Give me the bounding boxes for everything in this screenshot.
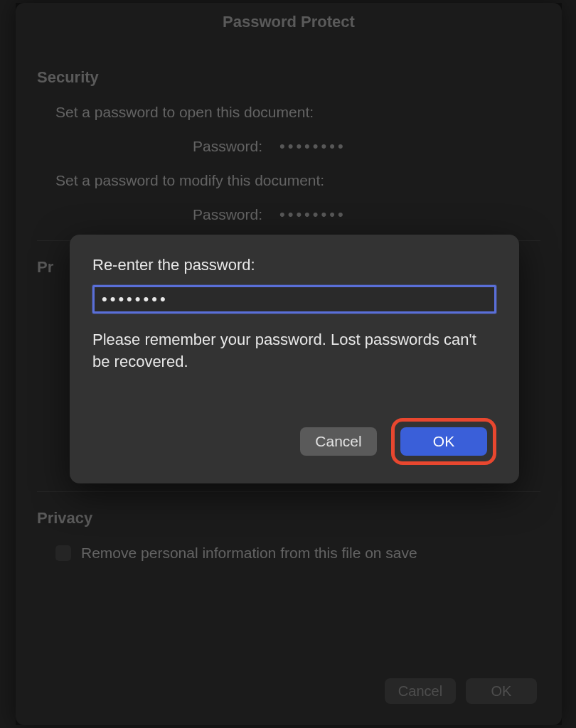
reenter-password-input[interactable] [92,285,496,314]
divider-2 [37,491,540,492]
dialog-title: Password Protect [16,3,562,40]
modal-warning: Please remember your password. Lost pass… [92,329,496,373]
open-password-input[interactable]: •••••••• [272,135,486,158]
privacy-checkbox-row: Remove personal information from this fi… [55,545,540,562]
privacy-header: Privacy [37,509,540,528]
modal-ok-button[interactable]: OK [400,427,487,456]
open-password-desc: Set a password to open this document: [55,104,540,121]
open-password-row: Password: •••••••• [55,135,540,158]
remove-info-checkbox[interactable] [55,545,71,561]
open-password-label: Password: [55,138,272,155]
modal-buttons: Cancel OK [300,418,496,465]
dialog-ok-button[interactable]: OK [466,678,537,704]
security-header: Security [37,68,540,87]
modify-password-input[interactable]: •••••••• [272,203,353,226]
modify-password-label: Password: [55,206,272,223]
modal-prompt: Re-enter the password: [92,256,496,274]
ok-highlight-annotation: OK [391,418,496,465]
dialog-cancel-button[interactable]: Cancel [385,678,456,704]
modify-password-row: Password: •••••••• [55,203,540,226]
modify-password-desc: Set a password to modify this document: [55,172,540,189]
reenter-password-modal: Re-enter the password: Please remember y… [70,235,519,483]
modal-cancel-button[interactable]: Cancel [300,427,377,456]
remove-info-label: Remove personal information from this fi… [81,545,417,562]
dialog-bottom-buttons: Cancel OK [385,678,537,704]
